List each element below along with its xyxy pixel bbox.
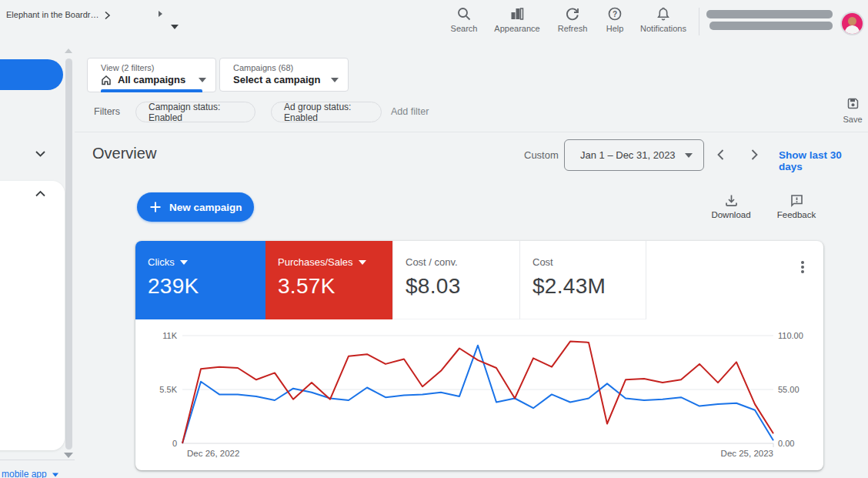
y-right-tick-110: 110.00 [778, 331, 803, 340]
scorecard-cost-per-conv[interactable]: Cost / conv. $8.03 [392, 241, 519, 319]
date-mode-label: Custom [524, 149, 559, 161]
download-label: Download [706, 210, 756, 219]
date-range-caret-icon [685, 153, 693, 158]
nav-appearance[interactable]: Appearance [490, 6, 544, 33]
sidebar-divider [0, 460, 75, 460]
filter-chip-campaign-status[interactable]: Campaign status: Enabled [135, 102, 255, 122]
nav-notifications-label: Notifications [636, 24, 690, 33]
feedback-label: Feedback [772, 210, 821, 219]
appearance-icon [490, 6, 544, 22]
scrollbar-up-arrow-icon[interactable] [65, 48, 72, 53]
date-range-value: Jan 1 – Dec 31, 2023 [580, 149, 676, 161]
scorecard-cost-per-conv-value: $8.03 [406, 274, 519, 299]
scrollbar-down-arrow-icon[interactable] [64, 453, 73, 458]
filter-chip-label: Ad group status: Enabled [284, 102, 369, 123]
scorecard-purchases[interactable]: Purchases/Sales 3.57K [265, 241, 392, 319]
view-dropdown-value: All campaigns [118, 74, 185, 85]
y-left-tick-0: 0 [140, 439, 177, 448]
scorecard-clicks-value: 239K [148, 274, 265, 299]
help-icon: ? [588, 6, 642, 22]
header-divider [699, 8, 699, 35]
campaign-dropdown-label: Campaigns (68) [233, 63, 339, 72]
scorecard-purchases-value: 3.57K [278, 274, 392, 299]
date-range-picker[interactable]: Jan 1 – Dec 31, 2023 [564, 139, 704, 171]
google-ads-overview-screen: Elephant in the Boardr… Search Appearanc… [0, 0, 868, 478]
chart-canvas[interactable] [135, 319, 823, 470]
home-icon [101, 75, 112, 85]
nav-appearance-label: Appearance [490, 24, 544, 33]
scorecard-cost-per-conv-label: Cost / conv. [406, 256, 458, 268]
filters-label: Filters [94, 106, 120, 117]
nav-search-label: Search [437, 24, 491, 33]
add-filter-button[interactable]: Add filter [391, 106, 429, 117]
breadcrumb[interactable]: Elephant in the Boardr… [6, 10, 98, 19]
save-label: Save [840, 115, 865, 124]
mobile-app-caret-icon [52, 473, 58, 477]
view-dropdown-label: View (2 filters) [101, 63, 206, 72]
scorecard-cost[interactable]: Cost $2.43M [519, 241, 646, 319]
save-icon [846, 99, 860, 112]
notifications-icon [636, 6, 690, 22]
feedback-icon [772, 193, 821, 208]
metric-caret-icon [180, 260, 188, 265]
nav-help[interactable]: ? Help [588, 6, 642, 33]
y-right-tick-0: 0.00 [778, 439, 794, 448]
svg-text:?: ? [613, 10, 617, 18]
filter-chip-ad-group-status[interactable]: Ad group status: Enabled [271, 102, 382, 122]
breadcrumb-expand-icon[interactable] [159, 11, 162, 17]
new-campaign-label: New campaign [169, 202, 242, 213]
campaign-dropdown-caret-icon [331, 78, 339, 82]
nav-search[interactable]: Search [437, 6, 491, 33]
avatar[interactable] [840, 12, 864, 35]
chevron-down-icon[interactable] [34, 147, 47, 163]
redacted-account-name-bar [706, 10, 833, 18]
view-dropdown-active-underline [101, 89, 202, 92]
nav-notifications[interactable]: Notifications [636, 6, 690, 33]
show-last-30-days-link[interactable]: Show last 30 days [779, 149, 868, 172]
save-button[interactable]: Save [840, 97, 865, 124]
campaign-dropdown[interactable]: Campaigns (68) Select a campaign [219, 58, 349, 92]
sidebar-active-item-pill[interactable] [0, 59, 63, 90]
y-left-tick-5-5k: 5.5K [140, 385, 177, 394]
filter-bar-divider [75, 132, 868, 132]
mobile-app-label: mobile app [2, 469, 47, 478]
y-left-tick-11k: 11K [140, 331, 177, 340]
series-line-right [182, 342, 773, 443]
download-button[interactable]: Download [706, 193, 756, 219]
timeseries-chart[interactable]: 11K 5.5K 0 110.00 55.00 0.00 Dec 26, 202… [135, 319, 823, 470]
sidebar-scrollbar[interactable] [65, 58, 72, 450]
campaign-dropdown-value: Select a campaign [233, 74, 320, 85]
scorecard-cost-value: $2.43M [532, 274, 646, 299]
plus-icon [149, 201, 162, 213]
card-overflow-menu-icon[interactable] [796, 259, 810, 276]
previous-period-button[interactable] [714, 148, 729, 163]
scorecard-clicks[interactable]: Clicks 239K [135, 241, 265, 319]
scorecard-clicks-label: Clicks [148, 256, 175, 268]
view-dropdown-caret-icon [199, 78, 206, 82]
feedback-button[interactable]: Feedback [772, 193, 821, 219]
overview-summary-card: Clicks 239K Purchases/Sales 3.57K Cost /… [135, 241, 823, 470]
page-title: Overview [92, 145, 156, 162]
new-campaign-button[interactable]: New campaign [137, 192, 254, 222]
y-right-tick-55: 55.00 [778, 385, 800, 394]
next-period-button[interactable] [747, 148, 763, 163]
sidebar-subnav-panel [0, 181, 65, 450]
header-caret-icon[interactable] [171, 25, 179, 29]
metric-caret-icon [359, 260, 366, 265]
breadcrumb-chevron-icon [102, 9, 112, 23]
x-axis-start-label: Dec 26, 2022 [187, 449, 239, 458]
scorecard-cost-label: Cost [532, 256, 553, 268]
redacted-account-id-bar [709, 22, 833, 30]
x-axis-end-label: Dec 25, 2023 [705, 449, 773, 458]
avatar-photo [842, 13, 863, 34]
download-icon [706, 193, 756, 208]
mobile-app-link[interactable]: mobile app [2, 469, 59, 478]
chevron-up-icon[interactable] [34, 187, 47, 203]
view-dropdown[interactable]: View (2 filters) All campaigns [87, 58, 216, 92]
filter-chip-label: Campaign status: Enabled [149, 102, 242, 123]
nav-help-label: Help [588, 24, 642, 33]
scorecard-purchases-label: Purchases/Sales [278, 256, 353, 268]
search-icon [437, 6, 491, 22]
